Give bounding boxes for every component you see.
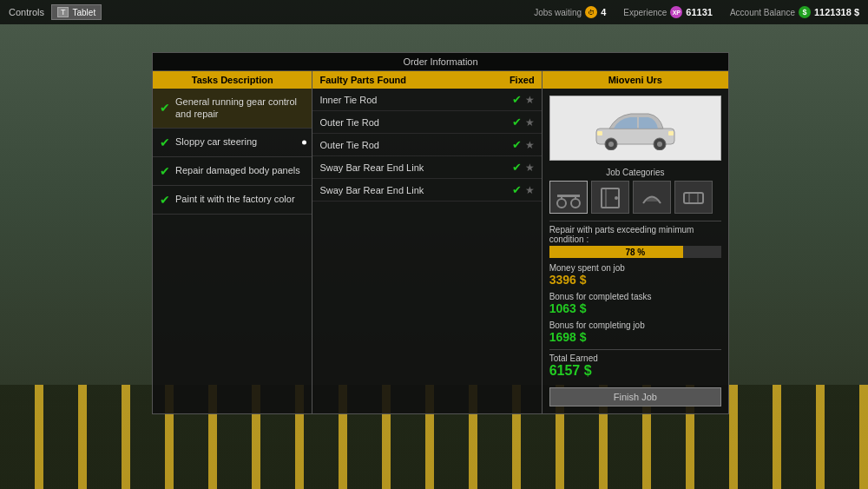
svg-rect-5 [597,131,602,135]
svg-point-13 [615,196,618,200]
car-silhouette [592,107,679,150]
tasks-column: Tasks Description ✔ General running gear… [153,71,312,413]
panel-body: Tasks Description ✔ General running gear… [153,71,728,413]
tablet-key: T [57,7,69,17]
faulty-parts-label: Faulty Parts Found [319,75,406,85]
money-spent-stat: Money spent on job 3396 $ [549,263,721,287]
check-icon: ✔ [512,116,522,129]
stats-section: Jobs waiting ⏱ 4 Experience XP 61131 Acc… [534,6,859,18]
account-balance-label: Account Balance [730,8,795,17]
paint-icon [639,186,665,208]
task-item[interactable]: ✔ Sloppy car steering [153,129,312,157]
account-balance-group: Account Balance $ 1121318 $ [730,6,859,18]
tasks-header: Tasks Description [153,71,312,89]
part-item: Sway Bar Rear End Link ✔ ★ [312,156,541,179]
svg-point-9 [571,199,580,208]
car-preview [549,96,721,161]
car-name: Mioveni Urs [542,71,728,89]
star-icon: ★ [525,184,535,196]
top-bar: Controls T Tablet Jobs waiting ⏱ 4 Exper… [0,0,868,24]
part-item: Sway Bar Rear End Link ✔ ★ [312,179,541,202]
repair-stat: Repair with parts exceeding minimum cond… [549,225,721,258]
experience-label: Experience [623,8,667,17]
category-icon-suspension [549,181,588,214]
svg-point-8 [557,199,566,208]
total-label: Total Earned [549,354,721,363]
part-item: Outer Tie Rod ✔ ★ [312,111,541,134]
check-icon: ✔ [512,93,522,106]
part-name: Outer Tie Rod [319,140,378,150]
part-name: Inner Tie Rod [319,95,377,105]
category-icon-paint [633,181,671,214]
bonus-job-label: Bonus for completing job [549,320,721,330]
tablet-button[interactable]: T Tablet [51,4,102,20]
category-icon-door [591,181,629,214]
task-item[interactable]: ✔ Repair damaged body panels [153,157,312,186]
repair-label: Repair with parts exceeding minimum cond… [549,225,721,244]
part-name: Sway Bar Rear End Link [319,162,424,173]
part-name: Sway Bar Rear End Link [319,185,424,195]
controls-section: Controls T Tablet [9,4,516,20]
svg-rect-6 [668,131,674,135]
part-name: Outer Tie Rod [319,117,378,128]
part-item: Inner Tie Rod ✔ ★ [312,89,541,111]
money-spent-value: 3396 $ [549,273,721,287]
svg-point-2 [608,142,614,147]
bonus-tasks-value: 1063 $ [549,301,721,315]
total-value: 6157 $ [549,363,721,379]
jobs-waiting-value: 4 [601,7,606,17]
task-dot [302,140,306,144]
task-item[interactable]: ✔ General running gear control and repai… [153,89,312,129]
money-spent-label: Money spent on job [549,263,721,273]
star-icon: ★ [525,94,535,106]
task-text: General running gear control and repair [175,96,305,121]
bonus-job-stat: Bonus for completing job 1698 $ [549,320,721,344]
task-check-icon: ✔ [160,135,170,149]
star-icon: ★ [525,139,535,151]
task-check-icon: ✔ [160,164,170,178]
part-status: ✔ ★ [512,161,535,174]
suspension-icon [556,186,582,208]
task-text: Paint it with the factory color [175,193,295,205]
task-text: Sloppy car steering [175,135,257,148]
jobs-waiting-label: Jobs waiting [534,8,582,17]
svg-rect-15 [684,193,703,203]
check-icon: ✔ [512,161,522,174]
xp-icon: XP [670,6,682,18]
check-icon: ✔ [512,183,522,196]
clock-icon: ⏱ [585,6,597,18]
finish-job-button[interactable]: Finish Job [549,387,721,406]
repair-progress-fill [549,246,684,258]
controls-label: Controls [9,7,44,17]
bonus-tasks-label: Bonus for completed tasks [549,292,721,301]
account-balance-value: 1121318 $ [814,7,859,17]
faulty-parts-header: Faulty Parts Found Fixed [312,71,541,89]
part-status: ✔ ★ [512,116,535,129]
experience-value: 61131 [686,7,713,17]
svg-rect-7 [557,195,580,197]
part-item: Outer Tie Rod ✔ ★ [312,134,541,156]
bonus-tasks-stat: Bonus for completed tasks 1063 $ [549,292,721,315]
dollar-icon: $ [799,6,811,18]
faulty-parts-column: Faulty Parts Found Fixed Inner Tie Rod ✔… [312,71,542,413]
task-item[interactable]: ✔ Paint it with the factory color [153,186,312,215]
repair-progress-text: 78 % [625,248,645,257]
part-status: ✔ ★ [512,93,535,106]
job-categories-label: Job Categories [549,168,721,177]
experience-group: Experience XP 61131 [623,6,713,18]
main-panel: Order Information Tasks Description ✔ Ge… [152,52,729,414]
misc-icon [681,186,707,208]
repair-progress-bar: 78 % [549,246,721,258]
category-icons [549,181,721,214]
star-icon: ★ [525,116,535,129]
divider [549,221,721,221]
divider [549,349,721,350]
tablet-label: Tablet [72,8,95,17]
total-stat: Total Earned 6157 $ [549,354,721,379]
door-icon [597,186,623,208]
star-icon: ★ [525,162,535,174]
bonus-job-value: 1698 $ [549,330,721,344]
part-status: ✔ ★ [512,138,535,151]
svg-point-4 [657,142,662,147]
task-check-icon: ✔ [160,193,170,207]
